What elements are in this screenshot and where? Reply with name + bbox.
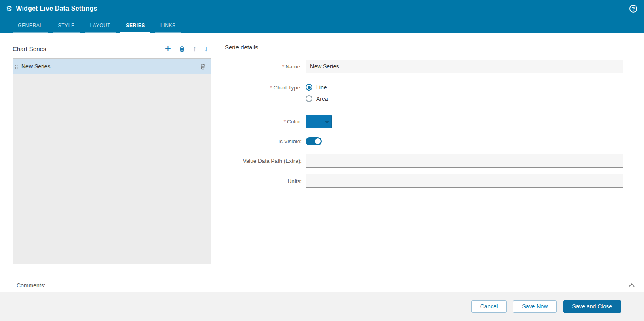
name-label-text: Name: [285, 64, 302, 70]
move-up-button[interactable]: ↑ [193, 45, 197, 53]
chart-series-header: Chart Series + ↑ ↓ [13, 43, 211, 55]
required-marker: * [282, 64, 284, 70]
save-and-close-button[interactable]: Save and Close [563, 300, 621, 313]
chart-type-label-text: Chart Type: [273, 85, 302, 91]
radio-option-label: Area [316, 96, 328, 102]
chart-series-title: Chart Series [13, 45, 46, 52]
serie-details-title: Serie details [225, 43, 623, 51]
units-label: Units: [225, 178, 306, 184]
units-row: Units: [225, 174, 623, 188]
radio-option-label: Line [316, 84, 327, 91]
footer: Cancel Save Now Save and Close [0, 292, 644, 321]
color-row: *Color: [225, 115, 623, 128]
help-button[interactable]: ? [629, 5, 637, 13]
question-mark-icon: ? [632, 6, 635, 12]
color-picker-button[interactable] [306, 115, 332, 128]
tab-bar: GENERAL STYLE LAYOUT SERIES LINKS [13, 20, 181, 33]
chart-type-option-area[interactable]: Area [306, 95, 328, 102]
comments-label: Comments: [17, 282, 46, 289]
required-marker: * [270, 85, 272, 91]
chart-series-panel: Chart Series + ↑ ↓ [13, 43, 211, 264]
units-input[interactable] [306, 174, 623, 188]
series-list-item[interactable]: New Series [13, 59, 211, 74]
radio-selected-icon [306, 84, 312, 91]
name-input[interactable] [306, 60, 623, 73]
chart-type-row: *Chart Type: Line Area [225, 84, 623, 102]
tab-links[interactable]: LINKS [155, 20, 181, 33]
is-visible-row: Is Visible: [225, 137, 623, 145]
value-data-path-row: Value Data Path (Extra): [225, 154, 623, 168]
drag-handle-icon[interactable] [15, 63, 18, 70]
header: ⚙ Widget Live Data Settings ? GENERAL ST… [0, 0, 644, 33]
required-marker: * [284, 119, 286, 125]
save-now-button[interactable]: Save Now [513, 300, 557, 313]
series-list: New Series [13, 58, 211, 264]
value-data-path-label: Value Data Path (Extra): [225, 158, 306, 164]
trash-icon [200, 63, 206, 70]
tab-general[interactable]: GENERAL [13, 20, 48, 33]
comments-bar: Comments: [0, 278, 644, 292]
value-data-path-input[interactable] [306, 154, 623, 168]
tab-series[interactable]: SERIES [120, 20, 150, 33]
comments-collapse-button[interactable] [629, 283, 635, 287]
chevron-up-icon [629, 283, 635, 287]
color-label-text: Color: [287, 119, 302, 125]
color-label: *Color: [225, 119, 306, 125]
title-row: ⚙ Widget Live Data Settings [0, 0, 644, 12]
name-label: *Name: [225, 64, 306, 70]
name-row: *Name: [225, 60, 623, 73]
chart-type-option-line[interactable]: Line [306, 84, 328, 91]
page-title: Widget Live Data Settings [16, 5, 97, 12]
add-series-button[interactable]: + [165, 43, 171, 53]
chart-type-label: *Chart Type: [225, 84, 306, 91]
tab-layout[interactable]: LAYOUT [85, 20, 116, 33]
tab-style[interactable]: STYLE [53, 20, 80, 33]
chevron-down-icon [325, 121, 329, 123]
is-visible-label: Is Visible: [225, 138, 306, 145]
delete-series-button[interactable] [179, 45, 185, 52]
cancel-button[interactable]: Cancel [471, 300, 507, 313]
move-down-button[interactable]: ↓ [205, 45, 209, 53]
is-visible-toggle[interactable] [306, 137, 322, 145]
serie-details-panel: Serie details *Name: *Chart Type: Line A… [225, 43, 623, 188]
delete-row-button[interactable] [200, 63, 206, 70]
series-toolbar: + ↑ ↓ [165, 44, 211, 53]
gear-icon: ⚙ [6, 5, 12, 12]
trash-icon [179, 45, 185, 52]
widget-settings-dialog: ⚙ Widget Live Data Settings ? GENERAL ST… [0, 0, 644, 321]
series-item-label: New Series [21, 63, 51, 70]
radio-unselected-icon [306, 95, 312, 102]
chart-type-radio-group: Line Area [306, 84, 328, 102]
